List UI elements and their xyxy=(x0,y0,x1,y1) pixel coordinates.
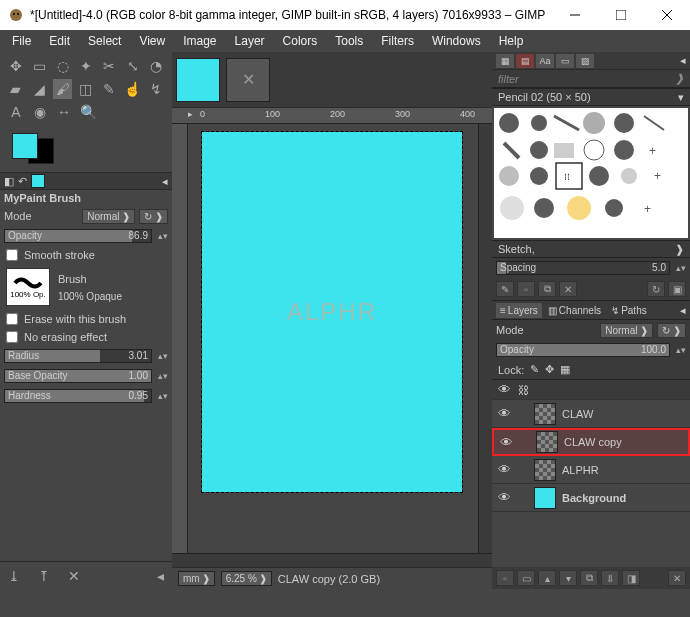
current-brush-label[interactable]: Pencil 02 (50 × 50)▾ xyxy=(492,88,690,106)
hardness-slider[interactable]: Hardness0.95 xyxy=(4,389,152,403)
merge-down-icon[interactable]: ⥥ xyxy=(601,570,619,586)
vertical-scrollbar[interactable] xyxy=(478,124,492,553)
layer-row-alphr[interactable]: 👁 ALPHR xyxy=(492,456,690,484)
new-group-icon[interactable]: ▭ xyxy=(517,570,535,586)
layer-thumbnail[interactable] xyxy=(536,431,558,453)
tool-bucket[interactable]: ▰ xyxy=(6,79,25,99)
base-opacity-spinner[interactable]: ▴▾ xyxy=(158,371,168,381)
lock-position-icon[interactable]: ✥ xyxy=(545,363,554,376)
spacing-slider[interactable]: Spacing5.0 xyxy=(496,261,670,275)
spacing-spinner[interactable]: ▴▾ xyxy=(676,263,686,273)
history-tab[interactable]: ▭ xyxy=(556,54,574,68)
channels-tab[interactable]: ▥Channels xyxy=(544,303,605,318)
restore-preset-icon[interactable]: ⤒ xyxy=(38,568,50,584)
new-layer-icon[interactable]: ▫ xyxy=(496,570,514,586)
delete-brush-icon[interactable]: ✕ xyxy=(559,281,577,297)
lower-layer-icon[interactable]: ▾ xyxy=(559,570,577,586)
brush-category[interactable]: Sketch,❱ xyxy=(492,240,690,258)
menu-edit[interactable]: Edit xyxy=(41,32,78,50)
tool-warp[interactable]: ◔ xyxy=(147,56,166,76)
tool-rect-select[interactable]: ▭ xyxy=(29,56,48,76)
tool-fuzzy-select[interactable]: ✦ xyxy=(76,56,95,76)
no-erasing-checkbox[interactable] xyxy=(6,331,18,343)
brushes-tab[interactable]: ▦ xyxy=(496,54,514,68)
brush-filter[interactable]: filter❱ xyxy=(492,70,690,88)
tool-transform[interactable]: ⤡ xyxy=(123,56,142,76)
save-preset-icon[interactable]: ⤓ xyxy=(8,568,20,584)
menu-view[interactable]: View xyxy=(131,32,173,50)
tool-clone[interactable]: ✎ xyxy=(100,79,119,99)
tool-gradient[interactable]: ◢ xyxy=(29,79,48,99)
layers-tab[interactable]: ≡Layers xyxy=(496,303,542,318)
brush-preview[interactable]: 100% Op. xyxy=(6,268,50,306)
tool-mypaint-brush[interactable]: 🖌 xyxy=(53,79,72,99)
base-opacity-slider[interactable]: Base Opacity1.00 xyxy=(4,369,152,383)
lock-pixels-icon[interactable]: ✎ xyxy=(530,363,539,376)
layer-opacity-spinner[interactable]: ▴▾ xyxy=(676,345,686,355)
minimize-button[interactable] xyxy=(552,0,598,30)
duplicate-brush-icon[interactable]: ⧉ xyxy=(538,281,556,297)
fonts-tab[interactable]: Aa xyxy=(536,54,554,68)
smooth-stroke-checkbox[interactable] xyxy=(6,249,18,261)
menu-help[interactable]: Help xyxy=(491,32,532,50)
menu-image[interactable]: Image xyxy=(175,32,224,50)
new-brush-icon[interactable]: ▫ xyxy=(517,281,535,297)
radius-slider[interactable]: Radius3.01 xyxy=(4,349,152,363)
layer-visibility-toggle[interactable]: 👁 xyxy=(496,462,512,477)
menu-tools[interactable]: Tools xyxy=(327,32,371,50)
layer-row-claw[interactable]: 👁 CLAW xyxy=(492,400,690,428)
layer-thumbnail[interactable] xyxy=(534,459,556,481)
reset-defaults-icon[interactable]: ◂ xyxy=(157,568,164,584)
gradients-tab[interactable]: ▨ xyxy=(576,54,594,68)
opacity-slider[interactable]: Opacity86.9 xyxy=(4,229,152,243)
dock-config-icon[interactable]: ◧ xyxy=(4,175,14,188)
menu-select[interactable]: Select xyxy=(80,32,129,50)
tool-text[interactable]: A xyxy=(6,102,26,122)
dock-menu-icon[interactable]: ◂ xyxy=(162,175,168,188)
ruler-horizontal[interactable]: ▸ 0 100 200 300 400 xyxy=(172,108,492,124)
paths-tab[interactable]: ↯Paths xyxy=(607,303,651,318)
layer-row-claw-copy[interactable]: 👁 CLAW copy xyxy=(492,428,690,456)
image-thumbnail[interactable] xyxy=(176,58,220,102)
layer-thumbnail[interactable] xyxy=(534,487,556,509)
canvas[interactable]: ALPHR xyxy=(188,124,478,553)
zoom-selector[interactable]: 6.25 % ❱ xyxy=(221,571,272,586)
layer-visibility-toggle[interactable]: 👁 xyxy=(498,435,514,450)
ruler-vertical[interactable] xyxy=(172,124,188,553)
close-image-button[interactable]: ✕ xyxy=(226,58,270,102)
maximize-button[interactable] xyxy=(598,0,644,30)
edit-brush-icon[interactable]: ✎ xyxy=(496,281,514,297)
tool-free-select[interactable]: ◌ xyxy=(53,56,72,76)
tool-path[interactable]: ↯ xyxy=(147,79,166,99)
lock-alpha-icon[interactable]: ▦ xyxy=(560,363,570,376)
layer-name[interactable]: CLAW copy xyxy=(564,436,684,448)
tool-smudge[interactable]: ☝ xyxy=(123,79,142,99)
radius-spinner[interactable]: ▴▾ xyxy=(158,351,168,361)
patterns-tab[interactable]: ▤ xyxy=(516,54,534,68)
brush-palette[interactable]: + ⁞⁞ + + xyxy=(494,108,688,238)
artboard[interactable]: ALPHR xyxy=(202,132,462,492)
mode-dropdown[interactable]: Normal ❱ xyxy=(82,209,135,224)
duplicate-layer-icon[interactable]: ⧉ xyxy=(580,570,598,586)
menu-colors[interactable]: Colors xyxy=(275,32,326,50)
raise-layer-icon[interactable]: ▴ xyxy=(538,570,556,586)
tool-crop[interactable]: ✂ xyxy=(100,56,119,76)
color-swatches[interactable] xyxy=(12,128,166,164)
undo-history-icon[interactable]: ↶ xyxy=(18,175,27,188)
tool-zoom[interactable]: 🔍 xyxy=(78,102,98,122)
layer-name[interactable]: Background xyxy=(562,492,686,504)
refresh-brushes-icon[interactable]: ↻ xyxy=(647,281,665,297)
menu-filters[interactable]: Filters xyxy=(373,32,422,50)
layer-row-background[interactable]: 👁 Background xyxy=(492,484,690,512)
tool-eraser[interactable]: ◫ xyxy=(76,79,95,99)
menu-windows[interactable]: Windows xyxy=(424,32,489,50)
layer-name[interactable]: CLAW xyxy=(562,408,686,420)
delete-layer-icon[interactable]: ✕ xyxy=(668,570,686,586)
add-mask-icon[interactable]: ◨ xyxy=(622,570,640,586)
opacity-spinner[interactable]: ▴▾ xyxy=(158,231,168,241)
layers-dock-menu-icon[interactable]: ◂ xyxy=(680,304,686,317)
foreground-color[interactable] xyxy=(12,133,38,159)
layer-opacity-slider[interactable]: Opacity100.0 xyxy=(496,343,670,357)
fg-mini-swatch[interactable] xyxy=(31,174,45,188)
mode-reset-button[interactable]: ↻ ❱ xyxy=(139,209,168,224)
